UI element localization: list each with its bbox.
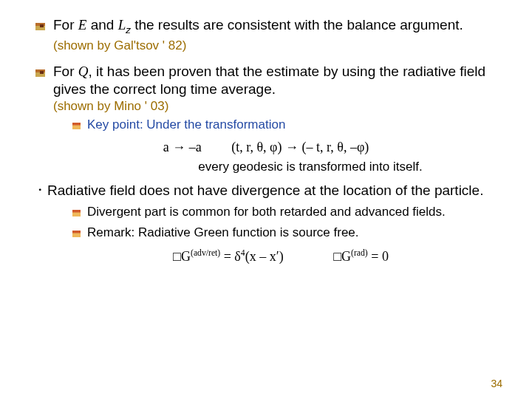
remark-text: Remark: Radiative Green function is sour… <box>87 225 502 242</box>
txt: the results are consistent with the bala… <box>131 17 463 33</box>
txt: , it has been proven that the estimate b… <box>53 64 485 97</box>
eq-delta: = δ <box>220 249 241 264</box>
eq-coords: (t, r, θ, φ) → (– t, r, θ, –φ) <box>231 140 369 154</box>
txt: For <box>53 17 78 33</box>
svg-rect-11 <box>72 231 81 233</box>
bullet-2-text: For Q, it has been proven that the estim… <box>53 63 502 114</box>
var-Q: Q <box>78 64 89 79</box>
sup-advret: (adv/ret) <box>191 248 220 258</box>
svg-rect-2 <box>40 24 44 27</box>
slide-number: 34 <box>491 378 502 391</box>
eq-a: a → –a <box>163 140 202 154</box>
bullet-icon <box>35 63 53 114</box>
var-L: L <box>118 17 126 33</box>
eq-arg: (x – x′) <box>245 249 284 264</box>
sub-bullet-icon <box>72 117 87 134</box>
divergent-text: Divergent part is common for both retard… <box>87 204 502 222</box>
sub-bullet-icon <box>72 225 87 242</box>
svg-rect-5 <box>40 71 44 74</box>
bullet-1-text: For E and Lz the results are consistent … <box>53 16 502 54</box>
sub-z: z <box>126 24 131 35</box>
dot-bullet: ・ <box>33 182 47 200</box>
bullet-3-text: Radiative field does not have divergence… <box>47 182 483 200</box>
txt: For <box>53 64 78 79</box>
sup-rad: (rad) <box>351 248 368 258</box>
green-fn-eq: □G(adv/ret) = δ4(x – x′) □G(rad) = 0 <box>30 248 502 265</box>
key-label: Key point: Under the transformation <box>87 117 285 132</box>
transformation-eq: a → –a (t, r, θ, φ) → (– t, r, θ, –φ) <box>30 139 502 156</box>
txt: and <box>86 17 117 33</box>
key-conclusion: every geodesic is transformed into itsel… <box>30 159 502 174</box>
cite-2: (shown by Mino ' 03) <box>53 98 502 114</box>
var-E: E <box>78 17 87 33</box>
svg-rect-9 <box>72 210 81 213</box>
eq-zero: = 0 <box>368 249 389 264</box>
box-G-1: □G <box>173 249 191 264</box>
svg-rect-7 <box>72 123 81 126</box>
cite-1: (shown by Gal'tsov ' 82) <box>53 38 186 52</box>
box-G-2: □G <box>333 249 351 264</box>
sub-bullet-icon <box>72 204 87 222</box>
bullet-icon <box>35 16 53 54</box>
key-point-text: Key point: Under the transformation <box>87 117 502 134</box>
